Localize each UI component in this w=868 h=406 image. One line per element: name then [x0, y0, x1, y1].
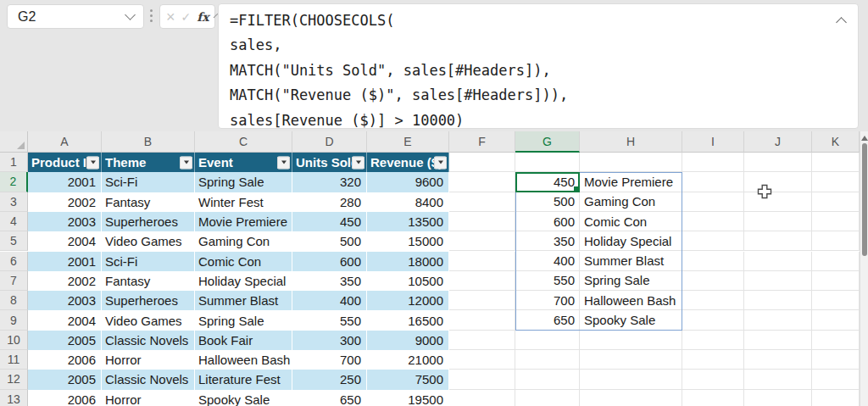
- cell-A7[interactable]: 2002: [28, 271, 102, 291]
- cell-J8[interactable]: [744, 291, 812, 310]
- enter-icon[interactable]: ✓: [181, 11, 192, 23]
- cell-I10[interactable]: [682, 331, 744, 350]
- cell-E11[interactable]: 21000: [367, 350, 449, 370]
- cell-F12[interactable]: [449, 370, 515, 389]
- cell-E5[interactable]: 15000: [367, 231, 449, 251]
- cell-B12[interactable]: Classic Novels: [102, 370, 195, 389]
- cell-C9[interactable]: Spring Sale: [195, 310, 292, 330]
- cell-I7[interactable]: [682, 271, 744, 291]
- cell-F2[interactable]: [449, 172, 515, 192]
- filter-dropdown-icon[interactable]: [434, 156, 447, 169]
- cell-I12[interactable]: [682, 370, 744, 389]
- cell-B8[interactable]: Superheroes: [102, 291, 195, 310]
- cell-G4[interactable]: 600: [515, 212, 580, 231]
- cell-I9[interactable]: [682, 310, 744, 330]
- row-header-8[interactable]: 8: [0, 291, 28, 310]
- column-header-F[interactable]: F: [449, 131, 515, 153]
- cell-K3[interactable]: [812, 192, 860, 212]
- cell-A11[interactable]: 2006: [28, 350, 102, 370]
- cell-F9[interactable]: [449, 310, 515, 330]
- cell-H7[interactable]: Spring Sale: [580, 271, 682, 291]
- cell-F10[interactable]: [449, 331, 515, 350]
- cell-G13[interactable]: [515, 390, 580, 406]
- cell-E12[interactable]: 7500: [367, 370, 449, 389]
- cell-I1[interactable]: [682, 153, 744, 172]
- cell-C10[interactable]: Book Fair: [195, 331, 292, 350]
- cell-H8[interactable]: Halloween Bash: [580, 291, 682, 310]
- cell-E4[interactable]: 13500: [367, 212, 449, 231]
- row-header-3[interactable]: 3: [0, 192, 28, 212]
- row-header-11[interactable]: 11: [0, 350, 28, 370]
- cell-A4[interactable]: 2003: [28, 212, 102, 231]
- cell-G6[interactable]: 400: [515, 252, 580, 271]
- filter-dropdown-icon[interactable]: [180, 156, 192, 169]
- cell-D3[interactable]: 280: [292, 192, 367, 212]
- cell-G11[interactable]: [515, 350, 580, 370]
- cell-I2[interactable]: [682, 172, 744, 192]
- column-header-E[interactable]: E: [367, 131, 449, 153]
- cell-G3[interactable]: 500: [515, 192, 580, 212]
- column-header-A[interactable]: A: [28, 131, 102, 153]
- cell-C12[interactable]: Literature Fest: [195, 370, 292, 389]
- cell-E10[interactable]: 9000: [367, 331, 449, 350]
- column-header-I[interactable]: I: [682, 131, 744, 153]
- cell-H10[interactable]: [580, 331, 682, 350]
- cell-G9[interactable]: 650: [515, 310, 580, 330]
- cell-K9[interactable]: [812, 310, 860, 330]
- scroll-up-icon[interactable]: [861, 136, 868, 141]
- cell-I13[interactable]: [682, 390, 744, 406]
- cell-B11[interactable]: Horror: [102, 350, 195, 370]
- cell-B9[interactable]: Video Games: [102, 310, 195, 330]
- cell-B3[interactable]: Fantasy: [102, 192, 195, 212]
- column-header-G[interactable]: G: [515, 131, 580, 153]
- filter-dropdown-icon[interactable]: [277, 156, 290, 169]
- cell-E6[interactable]: 18000: [367, 252, 449, 271]
- cancel-icon[interactable]: ×: [166, 9, 175, 25]
- cell-I4[interactable]: [682, 212, 744, 231]
- cell-K13[interactable]: [812, 390, 860, 406]
- column-header-K[interactable]: K: [812, 131, 860, 153]
- cell-D7[interactable]: 350: [292, 271, 367, 291]
- cell-G2[interactable]: 450: [515, 172, 580, 192]
- cell-H6[interactable]: Summer Blast: [580, 252, 682, 271]
- cell-C2[interactable]: Spring Sale: [195, 172, 292, 192]
- table-header-product-id[interactable]: Product ID: [28, 153, 102, 172]
- cell-B10[interactable]: Classic Novels: [102, 331, 195, 350]
- cell-E3[interactable]: 8400: [367, 192, 449, 212]
- row-header-2[interactable]: 2: [0, 172, 28, 192]
- row-header-6[interactable]: 6: [0, 252, 28, 271]
- cell-K8[interactable]: [812, 291, 860, 310]
- cell-J12[interactable]: [744, 370, 812, 389]
- cell-J3[interactable]: [744, 192, 812, 212]
- drag-handle-icon[interactable]: [150, 9, 153, 22]
- cell-H4[interactable]: Comic Con: [580, 212, 682, 231]
- cell-K1[interactable]: [812, 153, 860, 172]
- cell-F3[interactable]: [449, 192, 515, 212]
- row-header-9[interactable]: 9: [0, 310, 28, 330]
- cell-F8[interactable]: [449, 291, 515, 310]
- cell-A3[interactable]: 2002: [28, 192, 102, 212]
- cell-I8[interactable]: [682, 291, 744, 310]
- cell-A2[interactable]: 2001: [28, 172, 102, 192]
- row-header-10[interactable]: 10: [0, 331, 28, 350]
- cell-B5[interactable]: Video Games: [102, 231, 195, 251]
- cell-E2[interactable]: 9600: [367, 172, 449, 192]
- cell-C11[interactable]: Halloween Bash: [195, 350, 292, 370]
- cell-B4[interactable]: Superheroes: [102, 212, 195, 231]
- insert-function-icon[interactable]: fx: [197, 10, 209, 24]
- cell-H5[interactable]: Holiday Special: [580, 231, 682, 251]
- formula-input[interactable]: =FILTER(CHOOSECOLS( sales, MATCH("Units …: [218, 3, 859, 129]
- table-header-units-sold[interactable]: Units Sold: [292, 153, 367, 172]
- cell-H1[interactable]: [580, 153, 682, 172]
- cell-A9[interactable]: 2004: [28, 310, 102, 330]
- cell-I6[interactable]: [682, 252, 744, 271]
- cell-D8[interactable]: 400: [292, 291, 367, 310]
- cell-A10[interactable]: 2005: [28, 331, 102, 350]
- column-header-C[interactable]: C: [195, 131, 292, 153]
- cell-C13[interactable]: Spooky Sale: [195, 390, 292, 406]
- cell-C6[interactable]: Comic Con: [195, 252, 292, 271]
- collapse-formula-bar-icon[interactable]: [836, 17, 847, 28]
- cell-D10[interactable]: 300: [292, 331, 367, 350]
- cell-H12[interactable]: [580, 370, 682, 389]
- cell-G10[interactable]: [515, 331, 580, 350]
